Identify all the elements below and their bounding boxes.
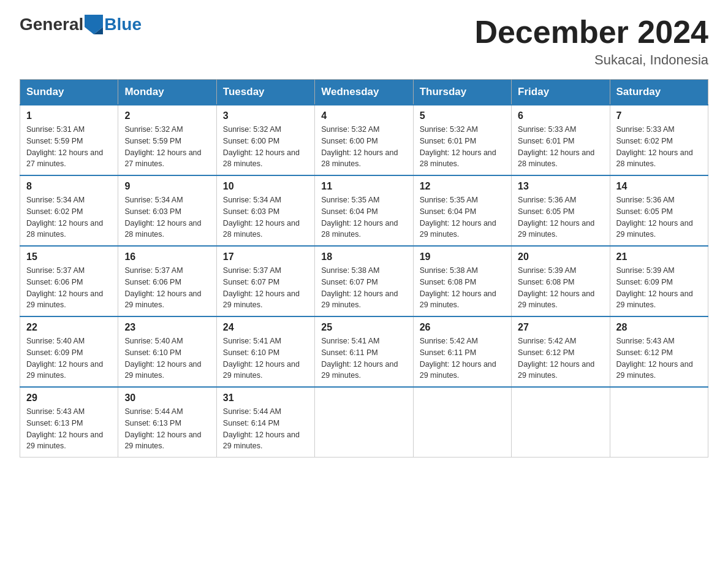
day-number: 14 [616, 181, 702, 192]
day-number: 16 [124, 251, 210, 262]
day-cell-13: 13 Sunrise: 5:36 AM Sunset: 6:05 PM Dayl… [512, 175, 610, 246]
day-cell-22: 22 Sunrise: 5:40 AM Sunset: 6:09 PM Dayl… [20, 316, 118, 387]
day-info: Sunrise: 5:44 AM Sunset: 6:13 PM Dayligh… [124, 406, 210, 452]
day-cell-24: 24 Sunrise: 5:41 AM Sunset: 6:10 PM Dayl… [216, 316, 314, 387]
day-number: 23 [124, 322, 210, 333]
day-number: 3 [223, 110, 308, 121]
day-cell-12: 12 Sunrise: 5:35 AM Sunset: 6:04 PM Dayl… [413, 175, 511, 246]
weekday-header-monday: Monday [118, 80, 216, 105]
day-info: Sunrise: 5:32 AM Sunset: 6:01 PM Dayligh… [420, 124, 505, 170]
weekday-header-wednesday: Wednesday [315, 80, 413, 105]
day-number: 27 [518, 322, 603, 333]
day-number: 4 [321, 110, 406, 121]
day-info: Sunrise: 5:33 AM Sunset: 6:01 PM Dayligh… [518, 124, 603, 170]
week-row-1: 1 Sunrise: 5:31 AM Sunset: 5:59 PM Dayli… [20, 105, 708, 175]
weekday-header-sunday: Sunday [20, 80, 118, 105]
weekday-header-thursday: Thursday [413, 80, 511, 105]
day-info: Sunrise: 5:34 AM Sunset: 6:03 PM Dayligh… [223, 194, 308, 240]
day-info: Sunrise: 5:38 AM Sunset: 6:08 PM Dayligh… [420, 265, 505, 311]
day-cell-16: 16 Sunrise: 5:37 AM Sunset: 6:06 PM Dayl… [118, 246, 216, 316]
day-cell-29: 29 Sunrise: 5:43 AM Sunset: 6:13 PM Dayl… [20, 387, 118, 458]
day-info: Sunrise: 5:36 AM Sunset: 6:05 PM Dayligh… [616, 194, 702, 240]
day-number: 17 [223, 251, 308, 262]
day-info: Sunrise: 5:39 AM Sunset: 6:08 PM Dayligh… [518, 265, 603, 311]
page-header: General Blue December 2024 Sukacai, Indo… [20, 15, 708, 68]
week-row-5: 29 Sunrise: 5:43 AM Sunset: 6:13 PM Dayl… [20, 387, 708, 458]
day-cell-20: 20 Sunrise: 5:39 AM Sunset: 6:08 PM Dayl… [512, 246, 610, 316]
weekday-header-saturday: Saturday [610, 80, 708, 105]
day-number: 10 [223, 181, 308, 192]
week-row-4: 22 Sunrise: 5:40 AM Sunset: 6:09 PM Dayl… [20, 316, 708, 387]
empty-cell [610, 387, 708, 458]
day-cell-21: 21 Sunrise: 5:39 AM Sunset: 6:09 PM Dayl… [610, 246, 708, 316]
day-info: Sunrise: 5:44 AM Sunset: 6:14 PM Dayligh… [223, 406, 308, 452]
location-subtitle: Sukacai, Indonesia [474, 52, 708, 68]
day-number: 21 [616, 251, 702, 262]
weekday-header-friday: Friday [512, 80, 610, 105]
day-info: Sunrise: 5:37 AM Sunset: 6:06 PM Dayligh… [124, 265, 210, 311]
day-cell-26: 26 Sunrise: 5:42 AM Sunset: 6:11 PM Dayl… [413, 316, 511, 387]
day-cell-1: 1 Sunrise: 5:31 AM Sunset: 5:59 PM Dayli… [20, 105, 118, 175]
day-number: 5 [420, 110, 505, 121]
weekday-header-row: SundayMondayTuesdayWednesdayThursdayFrid… [20, 80, 708, 105]
day-number: 24 [223, 322, 308, 333]
weekday-header-tuesday: Tuesday [216, 80, 314, 105]
day-number: 25 [321, 322, 406, 333]
day-cell-27: 27 Sunrise: 5:42 AM Sunset: 6:12 PM Dayl… [512, 316, 610, 387]
day-number: 29 [26, 393, 112, 404]
day-info: Sunrise: 5:31 AM Sunset: 5:59 PM Dayligh… [26, 124, 112, 170]
logo: General Blue [20, 15, 142, 34]
logo-blue-text: Blue [104, 15, 142, 34]
day-cell-18: 18 Sunrise: 5:38 AM Sunset: 6:07 PM Dayl… [315, 246, 413, 316]
day-cell-11: 11 Sunrise: 5:35 AM Sunset: 6:04 PM Dayl… [315, 175, 413, 246]
day-info: Sunrise: 5:40 AM Sunset: 6:09 PM Dayligh… [26, 335, 112, 381]
day-info: Sunrise: 5:38 AM Sunset: 6:07 PM Dayligh… [321, 265, 406, 311]
day-cell-31: 31 Sunrise: 5:44 AM Sunset: 6:14 PM Dayl… [216, 387, 314, 458]
day-info: Sunrise: 5:35 AM Sunset: 6:04 PM Dayligh… [321, 194, 406, 240]
day-info: Sunrise: 5:42 AM Sunset: 6:12 PM Dayligh… [518, 335, 603, 381]
day-number: 18 [321, 251, 406, 262]
day-cell-23: 23 Sunrise: 5:40 AM Sunset: 6:10 PM Dayl… [118, 316, 216, 387]
day-info: Sunrise: 5:40 AM Sunset: 6:10 PM Dayligh… [124, 335, 210, 381]
day-info: Sunrise: 5:43 AM Sunset: 6:12 PM Dayligh… [616, 335, 702, 381]
day-info: Sunrise: 5:32 AM Sunset: 6:00 PM Dayligh… [223, 124, 308, 170]
day-number: 15 [26, 251, 112, 262]
empty-cell [512, 387, 610, 458]
day-info: Sunrise: 5:36 AM Sunset: 6:05 PM Dayligh… [518, 194, 603, 240]
day-number: 9 [124, 181, 210, 192]
day-info: Sunrise: 5:32 AM Sunset: 5:59 PM Dayligh… [124, 124, 210, 170]
week-row-2: 8 Sunrise: 5:34 AM Sunset: 6:02 PM Dayli… [20, 175, 708, 246]
week-row-3: 15 Sunrise: 5:37 AM Sunset: 6:06 PM Dayl… [20, 246, 708, 316]
day-cell-14: 14 Sunrise: 5:36 AM Sunset: 6:05 PM Dayl… [610, 175, 708, 246]
day-number: 11 [321, 181, 406, 192]
day-number: 19 [420, 251, 505, 262]
day-cell-19: 19 Sunrise: 5:38 AM Sunset: 6:08 PM Dayl… [413, 246, 511, 316]
day-cell-25: 25 Sunrise: 5:41 AM Sunset: 6:11 PM Dayl… [315, 316, 413, 387]
day-cell-2: 2 Sunrise: 5:32 AM Sunset: 5:59 PM Dayli… [118, 105, 216, 175]
day-cell-7: 7 Sunrise: 5:33 AM Sunset: 6:02 PM Dayli… [610, 105, 708, 175]
day-cell-15: 15 Sunrise: 5:37 AM Sunset: 6:06 PM Dayl… [20, 246, 118, 316]
day-number: 30 [124, 393, 210, 404]
day-number: 7 [616, 110, 702, 121]
calendar-table: SundayMondayTuesdayWednesdayThursdayFrid… [20, 79, 708, 458]
day-cell-28: 28 Sunrise: 5:43 AM Sunset: 6:12 PM Dayl… [610, 316, 708, 387]
day-number: 26 [420, 322, 505, 333]
day-number: 8 [26, 181, 112, 192]
day-cell-3: 3 Sunrise: 5:32 AM Sunset: 6:00 PM Dayli… [216, 105, 314, 175]
day-info: Sunrise: 5:37 AM Sunset: 6:06 PM Dayligh… [26, 265, 112, 311]
day-info: Sunrise: 5:35 AM Sunset: 6:04 PM Dayligh… [420, 194, 505, 240]
day-info: Sunrise: 5:42 AM Sunset: 6:11 PM Dayligh… [420, 335, 505, 381]
day-number: 20 [518, 251, 603, 262]
day-number: 1 [26, 110, 112, 121]
day-info: Sunrise: 5:33 AM Sunset: 6:02 PM Dayligh… [616, 124, 702, 170]
day-cell-10: 10 Sunrise: 5:34 AM Sunset: 6:03 PM Dayl… [216, 175, 314, 246]
day-info: Sunrise: 5:43 AM Sunset: 6:13 PM Dayligh… [26, 406, 112, 452]
calendar-title-block: December 2024 Sukacai, Indonesia [474, 15, 708, 68]
day-info: Sunrise: 5:34 AM Sunset: 6:03 PM Dayligh… [124, 194, 210, 240]
day-cell-17: 17 Sunrise: 5:37 AM Sunset: 6:07 PM Dayl… [216, 246, 314, 316]
day-info: Sunrise: 5:32 AM Sunset: 6:00 PM Dayligh… [321, 124, 406, 170]
day-cell-4: 4 Sunrise: 5:32 AM Sunset: 6:00 PM Dayli… [315, 105, 413, 175]
logo-general-text: General [20, 15, 83, 34]
logo-icon [85, 15, 103, 34]
day-cell-9: 9 Sunrise: 5:34 AM Sunset: 6:03 PM Dayli… [118, 175, 216, 246]
